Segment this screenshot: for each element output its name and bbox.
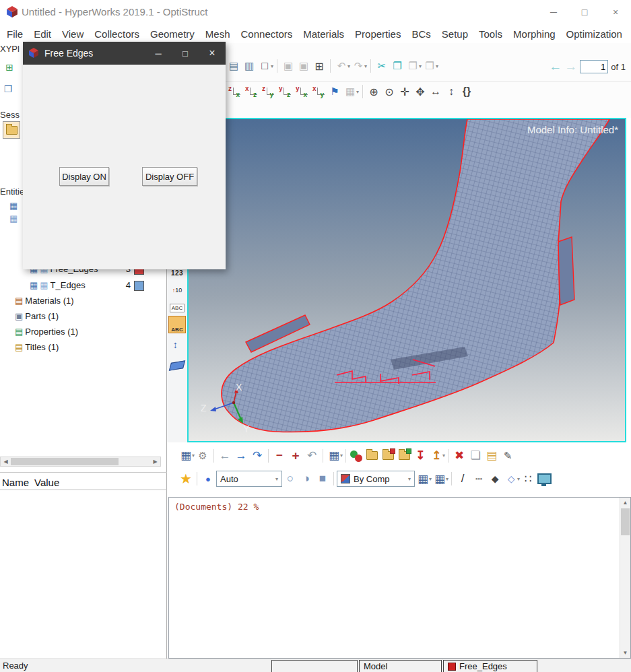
copy-caret-icon[interactable]: ▾: [419, 63, 422, 69]
next-view-icon[interactable]: →: [233, 448, 249, 464]
menu-geometry[interactable]: Geometry: [145, 28, 200, 40]
element-display-caret-icon[interactable]: ▾: [340, 452, 343, 459]
capture-icon[interactable]: ▣: [281, 59, 296, 73]
page-back-icon[interactable]: ←: [549, 59, 562, 74]
view-top-icon[interactable]: z y: [260, 84, 276, 99]
capture-settings-icon[interactable]: ⊞: [312, 59, 327, 73]
view-right-icon[interactable]: x z: [243, 84, 259, 99]
exponent-axis-icon[interactable]: ↑10: [168, 282, 186, 298]
status-box-free-edges[interactable]: Free_Edges: [443, 660, 537, 672]
status-box-model[interactable]: Model: [359, 660, 442, 672]
center-view-icon[interactable]: ✛: [397, 84, 412, 99]
delete-icon[interactable]: ✖: [451, 448, 467, 464]
auto-mode-combobox[interactable]: Auto ▾: [216, 471, 282, 487]
menu-view[interactable]: View: [57, 28, 89, 40]
color-swatch[interactable]: [134, 281, 144, 291]
fit-vertical-icon[interactable]: ↕: [444, 84, 459, 99]
dropdown-caret-icon[interactable]: ▾: [271, 63, 273, 69]
menu-collectors[interactable]: Collectors: [89, 28, 145, 40]
paste-icon[interactable]: ❐: [422, 59, 437, 73]
display-on-button[interactable]: Display ON: [59, 167, 109, 186]
tree-row-materials[interactable]: ▤ Materials (1): [0, 293, 166, 308]
scrollbar-thumb[interactable]: [621, 508, 630, 535]
tree-row-properties[interactable]: ▤ Properties (1): [0, 324, 166, 339]
display-off-button[interactable]: Display OFF: [142, 167, 197, 186]
console-scrollbar[interactable]: ▲ ▼: [620, 498, 630, 658]
entity-folder-icon[interactable]: ▦: [9, 201, 18, 211]
new-session-icon[interactable]: ⊞: [3, 61, 16, 74]
maximize-button[interactable]: □: [569, 0, 600, 24]
graphics-viewport[interactable]: Model Info: Untitled* X Z Y: [187, 118, 626, 442]
session-panel-label[interactable]: Sess: [0, 110, 22, 120]
menu-materials[interactable]: Materials: [298, 28, 350, 40]
view-flag-icon[interactable]: ⚑: [327, 84, 342, 99]
undo-view-icon[interactable]: ↶: [304, 448, 320, 464]
midsurface-plate-icon[interactable]: [168, 358, 186, 374]
tree-row-parts[interactable]: ▣ Parts (1): [0, 308, 166, 324]
dialog-title-bar[interactable]: Free Edges ─ □ ×: [23, 42, 226, 65]
view-iso-icon[interactable]: x y: [310, 84, 327, 99]
new-document-icon[interactable]: ▤: [226, 59, 241, 73]
scroll-up-icon[interactable]: ▲: [620, 498, 630, 508]
undo-caret-icon[interactable]: ▾: [347, 63, 350, 69]
import-down-icon[interactable]: ↧: [412, 448, 428, 464]
menu-mesh[interactable]: Mesh: [200, 28, 236, 40]
view-left-icon[interactable]: z x: [226, 84, 242, 99]
export-caret-icon[interactable]: ▾: [442, 452, 445, 459]
redo-icon[interactable]: ↷: [351, 59, 366, 73]
pan-hand-icon[interactable]: ✥: [413, 84, 428, 99]
fit-view-icon[interactable]: {}: [459, 84, 474, 99]
tab-xyplot-label[interactable]: XYPl: [0, 44, 20, 54]
folder-export-icon[interactable]: [396, 448, 412, 464]
cut-icon[interactable]: ✂: [374, 59, 389, 73]
paste-caret-icon[interactable]: ▾: [436, 63, 438, 69]
folder-open-icon[interactable]: [364, 448, 380, 464]
folder-flag-icon[interactable]: [380, 448, 396, 464]
feature-lines-icon[interactable]: ┄: [471, 471, 487, 487]
menu-setup[interactable]: Setup: [436, 28, 473, 40]
menu-morphing[interactable]: Morphing: [508, 28, 561, 40]
renumber-icon[interactable]: ✎: [500, 448, 516, 464]
entity-sphere-icon[interactable]: ●: [200, 471, 216, 487]
blank-page-icon[interactable]: □: [257, 59, 272, 73]
copy-icon[interactable]: ❐: [405, 59, 420, 73]
menu-properties[interactable]: Properties: [350, 28, 406, 40]
wrench-icon[interactable]: ⚙: [195, 448, 211, 464]
annotation-text-icon[interactable]: ABC: [168, 316, 186, 333]
color-by-combobox[interactable]: By Comp ▾: [337, 471, 415, 487]
shaded-mode-icon[interactable]: ◑: [298, 471, 314, 487]
mesh-shading-caret-icon[interactable]: ▾: [446, 476, 449, 482]
tree-row-titles[interactable]: ▤ Titles (1): [0, 339, 166, 355]
scroll-left-icon[interactable]: ◀: [1, 457, 11, 466]
menu-edit[interactable]: Edit: [28, 28, 57, 40]
close-button[interactable]: ×: [600, 0, 631, 24]
prev-view-icon[interactable]: ←: [217, 448, 233, 464]
mask-plus-icon[interactable]: +: [288, 448, 304, 464]
text-table-icon[interactable]: ABC: [168, 300, 186, 316]
tree-horizontal-scrollbar[interactable]: ◀ ▶: [0, 457, 161, 467]
view-bottom-icon[interactable]: y z: [277, 84, 293, 99]
capture-region-icon[interactable]: ▣: [296, 59, 311, 73]
wireframe-mode-icon[interactable]: ○: [282, 471, 298, 487]
menu-tools[interactable]: Tools: [473, 28, 508, 40]
redo-view-icon[interactable]: ↷: [249, 448, 265, 464]
menu-bcs[interactable]: BCs: [406, 28, 436, 40]
fit-horizontal-icon[interactable]: ↔: [428, 84, 443, 99]
menu-connectors[interactable]: Connectors: [236, 28, 298, 40]
zoom-in-icon[interactable]: ⊕: [366, 84, 381, 99]
entities-panel-label[interactable]: Entitie: [0, 187, 23, 197]
view-front-icon[interactable]: y x: [294, 84, 310, 99]
undo-icon[interactable]: ↶: [334, 59, 349, 73]
dialog-minimize-button[interactable]: ─: [145, 42, 172, 65]
shrink-elements-icon[interactable]: ↔: [168, 337, 186, 354]
scroll-down-icon[interactable]: ▼: [620, 648, 630, 658]
favorites-star-icon[interactable]: ★: [178, 471, 194, 487]
scroll-right-icon[interactable]: ▶: [150, 457, 160, 466]
open-document-icon[interactable]: ▥: [242, 59, 257, 73]
screen-display-icon[interactable]: [536, 471, 552, 487]
spheres-display-icon[interactable]: [349, 448, 364, 463]
menu-optimization[interactable]: Optimization: [561, 28, 628, 40]
unmask-minus-icon[interactable]: −: [271, 448, 288, 464]
menu-post[interactable]: Post: [628, 28, 631, 40]
edge-line-icon[interactable]: /: [455, 471, 471, 487]
